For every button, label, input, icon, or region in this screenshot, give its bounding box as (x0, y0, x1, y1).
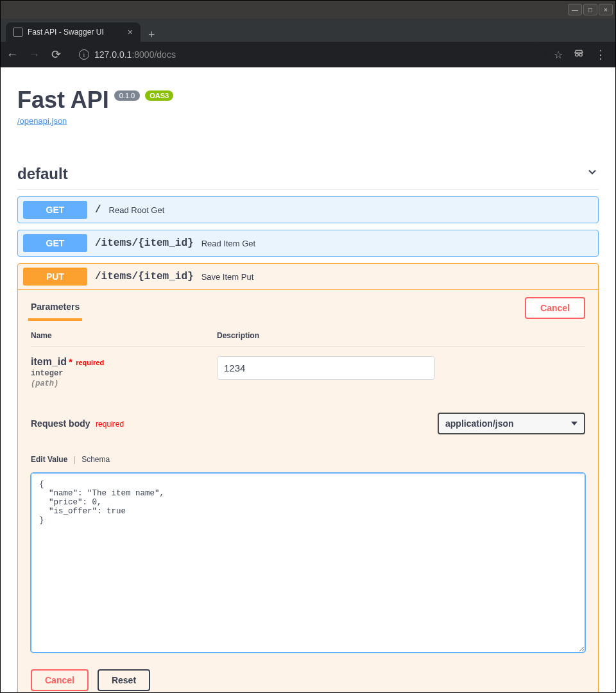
op-get-root[interactable]: GET / Read Root Get (17, 196, 599, 223)
page-viewport[interactable]: Fast API 0.1.0 OAS3 /openapi.json defaul… (1, 67, 615, 692)
required-star: * (69, 357, 72, 367)
op-summary: Save Item Put (201, 272, 254, 282)
forward-button[interactable]: → (28, 48, 40, 62)
spec-link[interactable]: /openapi.json (17, 116, 67, 126)
method-badge: GET (23, 234, 87, 252)
op-path: / (95, 204, 101, 216)
browser-menu-icon[interactable]: ⋮ (595, 47, 606, 62)
window-close-button[interactable]: × (599, 4, 613, 15)
param-in: (path) (31, 379, 217, 388)
new-tab-button[interactable]: + (141, 28, 163, 42)
page-icon (13, 28, 22, 37)
cancel-tryout-button[interactable]: Cancel (525, 297, 585, 319)
op-path: /items/{item_id} (95, 237, 194, 249)
svg-point-0 (576, 53, 579, 56)
request-body-textarea[interactable] (31, 473, 585, 653)
request-body-label: Request body (31, 418, 90, 429)
parameters-tab[interactable]: Parameters (28, 295, 82, 321)
tab-separator: | (74, 455, 76, 464)
tab-title: Fast API - Swagger UI (28, 28, 104, 37)
tag-name: default (17, 165, 68, 183)
op-put-item: PUT /items/{item_id} Save Item Put Param… (17, 263, 599, 692)
cancel-button[interactable]: Cancel (31, 669, 89, 691)
op-path: /items/{item_id} (95, 271, 194, 282)
api-title: Fast API (17, 87, 109, 114)
back-button[interactable]: ← (6, 48, 19, 62)
reload-button[interactable]: ⟳ (49, 47, 62, 62)
op-get-item[interactable]: GET /items/{item_id} Read Item Get (17, 230, 599, 257)
request-body-required: required (96, 420, 124, 429)
reset-button[interactable]: Reset (98, 669, 150, 691)
param-item-id-input[interactable] (217, 356, 435, 380)
op-summary: Read Root Get (109, 205, 165, 215)
tab-close-icon[interactable]: × (128, 27, 133, 37)
col-name: Name (31, 331, 217, 340)
chevron-down-icon (586, 166, 599, 182)
incognito-icon[interactable] (573, 47, 585, 62)
required-label: required (76, 359, 104, 366)
url-bar[interactable]: i 127.0.0.1:8000/docs (71, 46, 545, 64)
method-badge: GET (23, 201, 87, 219)
site-info-icon[interactable]: i (79, 49, 89, 60)
schema-tab[interactable]: Schema (81, 455, 110, 464)
oas-badge: OAS3 (145, 90, 173, 101)
param-name: item_id (31, 356, 67, 367)
col-description: Description (217, 331, 259, 340)
bookmark-icon[interactable]: ☆ (554, 49, 563, 61)
edit-value-tab[interactable]: Edit Value (31, 455, 67, 464)
param-type: integer (31, 369, 217, 378)
window-minimize-button[interactable]: — (568, 4, 582, 15)
svg-point-1 (579, 53, 583, 56)
window-maximize-button[interactable]: □ (583, 4, 597, 15)
version-badge: 0.1.0 (114, 90, 140, 101)
browser-navbar: ← → ⟳ i 127.0.0.1:8000/docs ☆ ⋮ (1, 42, 615, 67)
browser-tab[interactable]: Fast API - Swagger UI × (6, 22, 141, 42)
content-type-select[interactable]: application/json (438, 413, 585, 434)
op-put-item-summary[interactable]: PUT /items/{item_id} Save Item Put (18, 264, 598, 289)
method-badge: PUT (23, 268, 87, 286)
op-summary: Read Item Get (201, 239, 256, 248)
url-text: 127.0.0.1:8000/docs (94, 49, 176, 60)
tag-default[interactable]: default (17, 165, 599, 190)
os-titlebar: — □ × (1, 1, 615, 19)
browser-tabbar: Fast API - Swagger UI × + (1, 19, 615, 42)
